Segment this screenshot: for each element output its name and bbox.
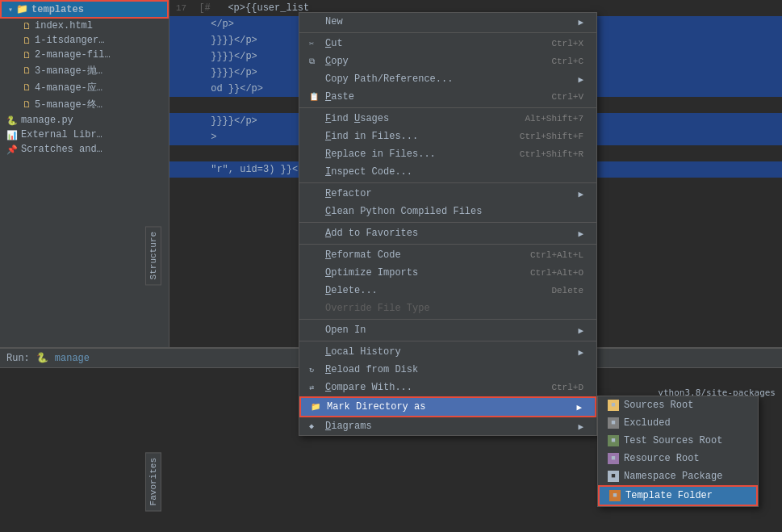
file-5[interactable]: 🗋 5-manage-终… xyxy=(0,96,169,113)
submenu-item-test-sources[interactable]: ■ Test Sources Root xyxy=(598,432,758,450)
menu-item-cut[interactable]: ✂ Cut Ctrl+X xyxy=(299,35,596,52)
test-sources-icon: ■ xyxy=(608,435,619,446)
submenu-arrow-icon: ▶ xyxy=(578,17,583,27)
menu-item-paste[interactable]: 📋 Paste Ctrl+V xyxy=(299,88,596,106)
menu-label: Reformat Code xyxy=(325,249,401,261)
external-libraries[interactable]: 📊 External Libr… xyxy=(0,128,169,142)
html-file-icon: 🗋 xyxy=(23,36,31,46)
submenu-item-resource-root[interactable]: ■ Resource Root xyxy=(598,450,758,467)
menu-item-find-usages[interactable]: Find Usages Alt+Shift+7 xyxy=(299,110,596,128)
menu-separator xyxy=(299,182,596,183)
html-file-icon: 🗋 xyxy=(23,65,31,76)
file-4[interactable]: 🗋 4-manage-应… xyxy=(0,79,169,96)
submenu-item-template-folder[interactable]: ■ Template Folder xyxy=(598,485,758,506)
html-file-icon: 🗋 xyxy=(23,50,31,61)
template-folder-icon: ■ xyxy=(609,490,621,501)
menu-label: Diagrams xyxy=(325,421,372,432)
file-3[interactable]: 🗋 3-manage-抛… xyxy=(0,62,169,79)
menu-item-new[interactable]: New ▶ xyxy=(299,13,596,31)
scratches[interactable]: 📌 Scratches and… xyxy=(0,142,169,157)
submenu-arrow-icon: ▶ xyxy=(578,325,583,336)
menu-item-replace[interactable]: Replace in Files... Ctrl+Shift+R xyxy=(299,145,596,163)
menu-item-local-history[interactable]: Local History ▶ xyxy=(299,343,596,361)
menu-item-clean-python[interactable]: Clean Python Compiled Files xyxy=(299,203,596,220)
menu-label: Copy xyxy=(325,56,349,67)
menu-separator xyxy=(299,319,596,320)
file-name: 1-itsdanger… xyxy=(35,35,104,46)
menu-label: Find Usages xyxy=(325,113,389,124)
menu-label: Cut xyxy=(325,38,343,49)
menu-label: Open In xyxy=(325,325,366,336)
chevron-down-icon: ▾ xyxy=(8,5,13,15)
submenu-label: Test Sources Root xyxy=(624,435,722,446)
py-file-icon: 🐍 xyxy=(6,115,18,126)
submenu-label: Resource Root xyxy=(624,453,700,464)
file-name: 3-manage-抛… xyxy=(35,64,102,77)
resource-root-icon: ■ xyxy=(608,453,619,464)
menu-item-compare-with[interactable]: ⇄ Compare With... Ctrl+D xyxy=(299,379,596,396)
lib-label: External Libr… xyxy=(21,129,102,140)
html-file-icon: 🗋 xyxy=(23,21,31,31)
menu-item-copy[interactable]: ⧉ Copy Ctrl+C xyxy=(299,52,596,70)
menu-label: Copy Path/Reference... xyxy=(325,73,453,85)
menu-item-optimize[interactable]: Optimize Imports Ctrl+Alt+O xyxy=(299,264,596,282)
menu-item-override-file-type: Override File Type xyxy=(299,300,596,317)
menu-label: Reload from Disk xyxy=(325,364,418,375)
run-label: Run: xyxy=(6,353,30,364)
submenu-arrow-icon: ▶ xyxy=(578,421,583,432)
menu-item-inspect[interactable]: Inspect Code... xyxy=(299,163,596,181)
menu-label: Paste xyxy=(325,91,354,103)
structure-tab[interactable]: Structure xyxy=(145,226,161,285)
menu-label: Delete... xyxy=(325,285,378,296)
run-manage-icon: 🐍 xyxy=(36,352,48,364)
namespace-icon: ■ xyxy=(608,471,619,482)
favorites-tab[interactable]: Favorites xyxy=(145,452,161,511)
shortcut-label: Ctrl+C xyxy=(551,57,583,66)
cut-icon: ✂ xyxy=(309,39,320,48)
menu-item-refactor[interactable]: Refactor ▶ xyxy=(299,185,596,203)
submenu-item-sources-root[interactable]: ■ Sources Root xyxy=(598,396,758,414)
file-index-html[interactable]: 🗋 index.html xyxy=(0,19,169,33)
menu-label: Find in Files... xyxy=(325,131,418,142)
submenu-item-excluded[interactable]: ■ Excluded xyxy=(598,414,758,432)
templates-folder[interactable]: ▾ 📁 templates xyxy=(0,0,169,19)
menu-item-diagrams[interactable]: ◆ Diagrams ▶ xyxy=(299,417,596,435)
copy-icon: ⧉ xyxy=(309,57,320,66)
run-name: manage xyxy=(55,353,90,364)
submenu-item-namespace[interactable]: ■ Namespace Package xyxy=(598,467,758,485)
shortcut-label: Alt+Shift+7 xyxy=(525,114,583,124)
menu-item-delete[interactable]: Delete... Delete xyxy=(299,282,596,300)
scratches-icon: 📌 xyxy=(6,145,18,155)
shortcut-label: Ctrl+V xyxy=(551,92,583,102)
shortcut-label: Ctrl+Alt+O xyxy=(530,268,583,278)
menu-separator xyxy=(299,244,596,245)
menu-separator xyxy=(299,107,596,108)
lib-icon: 📊 xyxy=(6,130,18,140)
menu-item-add-favorites[interactable]: Add to Favorites ▶ xyxy=(299,224,596,242)
menu-item-reformat[interactable]: Reformat Code Ctrl+Alt+L xyxy=(299,246,596,264)
submenu-arrow-icon: ▶ xyxy=(578,228,583,239)
file-name: 2-manage-fil… xyxy=(35,49,111,61)
submenu-label: Sources Root xyxy=(624,400,693,411)
submenu-arrow-icon: ▶ xyxy=(578,74,583,85)
manage-py[interactable]: 🐍 manage.py xyxy=(0,113,169,128)
menu-item-reload[interactable]: ↻ Reload from Disk xyxy=(299,361,596,379)
menu-label: Local History xyxy=(325,346,401,358)
menu-label: Optimize Imports xyxy=(325,267,418,279)
menu-item-find-in-files[interactable]: Find in Files... Ctrl+Shift+F xyxy=(299,128,596,145)
mark-directory-submenu: ■ Sources Root ■ Excluded ■ Test Sources… xyxy=(597,396,759,507)
mark-dir-icon: 📁 xyxy=(311,402,322,412)
menu-item-open-in[interactable]: Open In ▶ xyxy=(299,321,596,339)
shortcut-label: Delete xyxy=(551,286,583,295)
file-1[interactable]: 🗋 1-itsdanger… xyxy=(0,33,169,48)
menu-label: Replace in Files... xyxy=(325,149,436,160)
file-name: 5-manage-终… xyxy=(35,98,102,111)
menu-label: Compare With... xyxy=(325,382,412,393)
submenu-label: Template Folder xyxy=(625,490,713,501)
menu-item-copy-path[interactable]: Copy Path/Reference... ▶ xyxy=(299,70,596,88)
menu-item-mark-directory-as[interactable]: 📁 Mark Directory as ▶ xyxy=(299,396,596,417)
shortcut-label: Ctrl+X xyxy=(551,39,583,48)
reload-icon: ↻ xyxy=(309,365,320,375)
submenu-label: Namespace Package xyxy=(624,471,722,482)
file-2[interactable]: 🗋 2-manage-fil… xyxy=(0,48,169,62)
